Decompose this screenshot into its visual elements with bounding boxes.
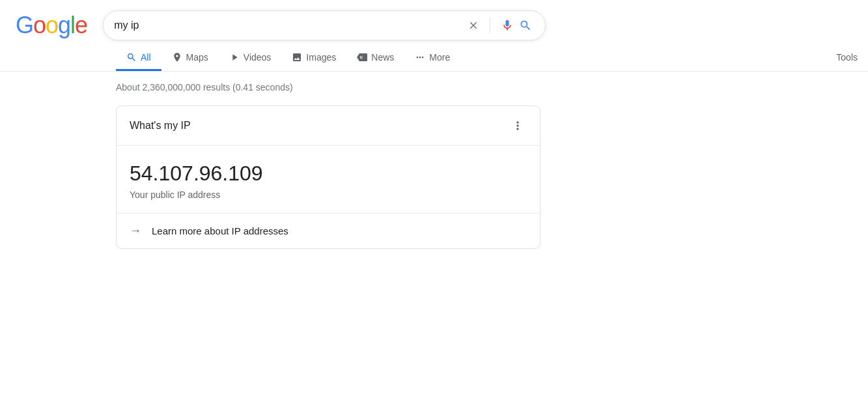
google-logo[interactable]: Google xyxy=(16,12,87,39)
three-dots-icon xyxy=(511,119,524,132)
images-icon xyxy=(292,52,302,63)
nav-tabs: All Maps Videos Images N xyxy=(0,40,868,72)
results-count: About 2,360,000,000 results (0.41 second… xyxy=(116,82,868,92)
tab-news[interactable]: News xyxy=(346,46,404,71)
clear-button[interactable] xyxy=(465,17,482,34)
maps-icon xyxy=(172,52,182,63)
tab-maps[interactable]: Maps xyxy=(161,46,219,71)
tools-button[interactable]: Tools xyxy=(826,46,868,71)
learn-more-text: Learn more about IP addresses xyxy=(152,225,288,236)
card-options-button[interactable] xyxy=(509,117,527,135)
ip-card-title: What's my IP xyxy=(130,120,191,132)
search-bar-wrapper: my ip xyxy=(103,10,546,40)
ip-address: 54.107.96.109 xyxy=(130,162,527,186)
arrow-right-icon: → xyxy=(130,224,141,238)
results-area: About 2,360,000,000 results (0.41 second… xyxy=(0,72,868,249)
search-divider xyxy=(490,18,490,33)
more-dots-icon xyxy=(415,52,425,63)
all-icon xyxy=(126,52,137,63)
search-bar: my ip xyxy=(103,10,546,40)
header: Google my ip xyxy=(0,0,868,40)
voice-search-button[interactable] xyxy=(498,16,516,35)
search-icon xyxy=(519,19,532,32)
ip-card-footer[interactable]: → Learn more about IP addresses xyxy=(117,214,540,248)
videos-icon xyxy=(229,52,240,63)
tab-news-label: News xyxy=(371,52,394,63)
tab-videos[interactable]: Videos xyxy=(219,46,282,71)
tab-images[interactable]: Images xyxy=(281,46,346,71)
search-button[interactable] xyxy=(516,16,535,35)
news-icon xyxy=(357,52,367,63)
ip-card: What's my IP 54.107.96.109 Your public I… xyxy=(116,106,540,249)
tab-videos-label: Videos xyxy=(244,52,272,63)
tab-maps-label: Maps xyxy=(186,52,208,63)
tab-all[interactable]: All xyxy=(116,46,161,71)
ip-address-label: Your public IP address xyxy=(130,190,527,200)
tab-all-label: All xyxy=(141,52,151,63)
tab-more[interactable]: More xyxy=(404,46,460,71)
tab-images-label: Images xyxy=(306,52,336,63)
ip-card-body: 54.107.96.109 Your public IP address xyxy=(117,146,540,214)
tab-more-label: More xyxy=(429,52,450,63)
clear-icon xyxy=(468,20,479,31)
search-input[interactable]: my ip xyxy=(114,20,465,31)
ip-card-header: What's my IP xyxy=(117,106,540,146)
microphone-icon xyxy=(501,19,514,32)
